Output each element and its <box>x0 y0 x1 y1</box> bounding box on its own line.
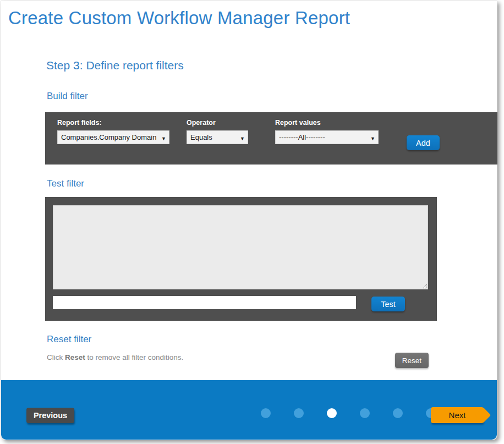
build-filter-panel: Report fields: Companies.Company Domain … <box>45 112 497 165</box>
build-filter-heading: Build filter <box>47 91 88 102</box>
reset-description-bold: Reset <box>65 353 85 361</box>
report-fields-label: Report fields: <box>57 119 169 127</box>
previous-button[interactable]: Previous <box>26 408 74 423</box>
report-fields-select[interactable]: Companies.Company Domain Na <box>57 130 169 144</box>
reset-description-prefix: Click <box>47 353 65 361</box>
test-button[interactable]: Test <box>371 297 405 311</box>
filter-conditions-textarea[interactable] <box>53 205 428 289</box>
wizard-window: Create Custom Workflow Manager Report St… <box>1 1 497 440</box>
report-values-group: Report values --------All-------- ▼ <box>275 119 379 144</box>
test-filter-heading: Test filter <box>47 178 84 189</box>
report-values-label: Report values <box>275 119 379 127</box>
operator-label: Operator <box>187 119 248 127</box>
wizard-nav-bar: Previous Next <box>1 380 497 440</box>
progress-dot <box>360 408 370 418</box>
reset-description-suffix: to remove all filter conditions. <box>85 353 184 361</box>
next-button[interactable]: Next <box>431 407 484 423</box>
report-values-select[interactable]: --------All-------- <box>275 130 379 144</box>
add-button[interactable]: Add <box>407 135 440 150</box>
reset-button[interactable]: Reset <box>395 353 429 368</box>
progress-dots <box>261 408 436 418</box>
operator-select[interactable]: Equals <box>187 130 248 144</box>
progress-dot <box>393 408 403 418</box>
page-title: Create Custom Workflow Manager Report <box>8 8 350 29</box>
progress-dot <box>294 408 304 418</box>
test-value-input[interactable] <box>53 296 356 309</box>
reset-description: Click Reset to remove all filter conditi… <box>47 353 183 361</box>
test-filter-panel: Test <box>45 197 437 321</box>
reset-filter-heading: Reset filter <box>47 334 91 345</box>
progress-dot-active <box>327 408 337 418</box>
report-fields-group: Report fields: Companies.Company Domain … <box>57 119 169 144</box>
step-heading: Step 3: Define report filters <box>46 59 184 72</box>
operator-group: Operator Equals ▼ <box>187 119 248 144</box>
progress-dot <box>261 408 271 418</box>
